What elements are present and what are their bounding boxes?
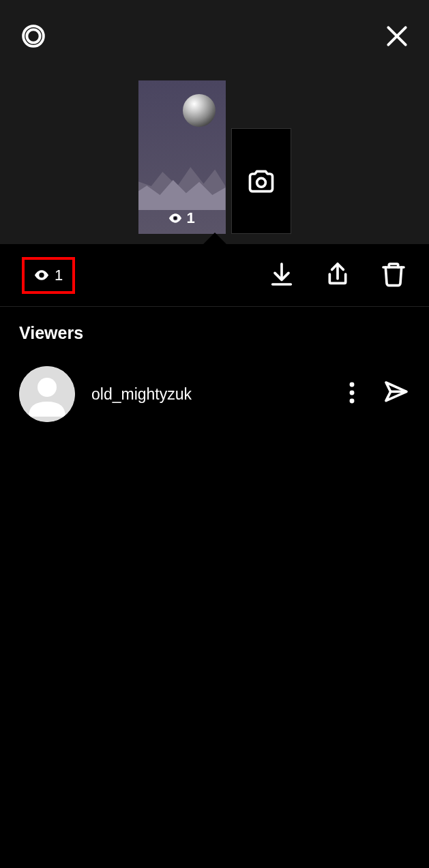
svg-point-6 <box>40 273 44 277</box>
views-count-text: 1 <box>55 267 63 284</box>
download-button[interactable] <box>268 260 295 290</box>
trash-icon <box>380 260 407 288</box>
story-thumbnails: 1 <box>0 80 429 234</box>
story-views-badge: 1 <box>138 209 226 227</box>
camera-icon <box>246 166 276 196</box>
pointer-indicator <box>203 233 227 245</box>
action-icons <box>268 260 407 290</box>
eye-icon <box>34 270 49 280</box>
settings-icon <box>19 22 48 50</box>
eye-icon <box>168 213 182 223</box>
add-story-button[interactable] <box>231 128 291 234</box>
svg-point-12 <box>350 383 355 387</box>
send-icon <box>383 379 410 406</box>
viewer-actions <box>349 379 410 409</box>
story-preview-section: 1 <box>0 0 429 244</box>
viewer-more-button[interactable] <box>349 382 355 406</box>
delete-button[interactable] <box>380 260 407 290</box>
svg-point-5 <box>256 178 265 187</box>
story-thumbnail[interactable]: 1 <box>138 80 226 234</box>
svg-point-14 <box>350 399 355 404</box>
svg-point-11 <box>38 378 57 397</box>
share-icon <box>324 260 351 288</box>
svg-point-13 <box>350 391 355 395</box>
viewers-section: Viewers old_mightyzuk <box>0 307 429 443</box>
close-button[interactable] <box>384 23 410 52</box>
more-icon <box>349 382 355 404</box>
views-count-button[interactable]: 1 <box>22 257 75 294</box>
viewers-title: Viewers <box>19 323 410 343</box>
top-bar <box>0 0 429 53</box>
viewer-username: old_mightyzuk <box>91 385 332 404</box>
viewer-row[interactable]: old_mightyzuk <box>19 362 410 426</box>
default-avatar-icon <box>19 366 75 422</box>
send-message-button[interactable] <box>383 379 410 409</box>
action-bar: 1 <box>0 244 429 307</box>
svg-point-4 <box>174 217 177 220</box>
story-thumb-views-count: 1 <box>186 209 194 227</box>
download-icon <box>268 260 295 288</box>
close-icon <box>384 23 410 49</box>
avatar[interactable] <box>19 366 75 422</box>
svg-point-1 <box>27 29 40 42</box>
share-button[interactable] <box>324 260 351 290</box>
settings-button[interactable] <box>19 22 48 53</box>
